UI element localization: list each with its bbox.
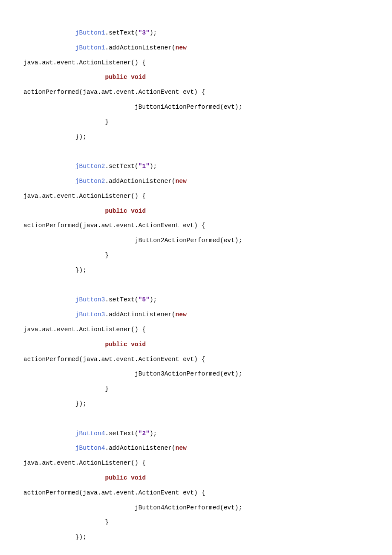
indent <box>23 208 105 214</box>
indent <box>23 252 105 259</box>
code-token: jButton3 <box>75 311 105 318</box>
code-block: jButton1.setText("3"); jButton1.addActio… <box>23 26 369 555</box>
code-line <box>23 545 369 555</box>
indent <box>23 341 105 348</box>
code-line: jButton4.addActionListener(new <box>23 441 369 456</box>
code-line <box>23 144 369 159</box>
code-line: jButton2ActionPerformed(evt); <box>23 233 369 248</box>
code-line: }); <box>23 396 369 411</box>
code-token: ); <box>150 430 157 437</box>
code-token: new <box>176 178 187 185</box>
code-line: actionPerformed(java.awt.event.ActionEve… <box>23 218 369 233</box>
code-line: jButton1ActionPerformed(evt); <box>23 100 369 115</box>
indent <box>23 534 75 541</box>
code-token: }); <box>75 133 86 140</box>
code-token: .addActionListener( <box>105 178 175 185</box>
indent <box>23 400 75 407</box>
code-token: actionPerformed(java.awt.event.ActionEve… <box>23 489 205 496</box>
code-line: }); <box>23 263 369 278</box>
indent <box>23 104 135 110</box>
indent <box>23 519 105 526</box>
code-token: .setText( <box>105 430 138 437</box>
code-token: jButton2 <box>75 178 105 185</box>
code-token: jButton1ActionPerformed(evt); <box>135 104 242 110</box>
indent <box>23 445 75 451</box>
code-token: java.awt.event.ActionListener() { <box>23 193 146 199</box>
code-line: jButton1.addActionListener(new <box>23 40 369 55</box>
code-token: jButton2ActionPerformed(evt); <box>135 237 242 244</box>
indent <box>23 119 105 125</box>
code-token: }); <box>75 400 86 407</box>
indent <box>23 267 75 274</box>
indent <box>23 504 135 511</box>
indent <box>23 370 135 377</box>
code-token: new <box>176 44 187 51</box>
code-token: actionPerformed(java.awt.event.ActionEve… <box>23 89 205 95</box>
code-token: new <box>176 311 187 318</box>
indent <box>23 430 75 437</box>
code-token: .addActionListener( <box>105 44 175 51</box>
code-token: } <box>105 252 109 259</box>
code-line <box>23 411 369 426</box>
code-line: public void <box>23 471 369 486</box>
code-line: java.awt.event.ActionListener() { <box>23 322 369 337</box>
indent <box>23 178 75 185</box>
code-token: "3" <box>138 29 150 36</box>
code-line: } <box>23 115 369 130</box>
code-token: } <box>105 519 109 526</box>
code-line: java.awt.event.ActionListener() { <box>23 189 369 204</box>
code-token: "5" <box>138 296 150 303</box>
code-token: jButton4ActionPerformed(evt); <box>135 504 242 511</box>
indent <box>23 296 75 303</box>
code-line: public void <box>23 337 369 352</box>
code-line: java.awt.event.ActionListener() { <box>23 55 369 70</box>
code-token: jButton4 <box>75 445 105 451</box>
indent <box>23 163 75 170</box>
code-line: }); <box>23 530 369 545</box>
code-token: } <box>105 385 109 392</box>
code-token: .addActionListener( <box>105 445 175 451</box>
code-token: jButton4 <box>75 430 105 437</box>
code-token: ); <box>150 296 157 303</box>
code-token: java.awt.event.ActionListener() { <box>23 460 146 466</box>
code-token: new <box>176 445 187 451</box>
indent <box>23 29 75 36</box>
code-token: actionPerformed(java.awt.event.ActionEve… <box>23 356 205 363</box>
code-token: actionPerformed(java.awt.event.ActionEve… <box>23 222 205 229</box>
code-line: } <box>23 515 369 530</box>
code-line: public void <box>23 70 369 85</box>
code-token: .setText( <box>105 296 138 303</box>
code-line: java.awt.event.ActionListener() { <box>23 456 369 471</box>
code-line: } <box>23 382 369 396</box>
code-line: jButton2.setText("1"); <box>23 159 369 174</box>
code-token: jButton3ActionPerformed(evt); <box>135 370 242 377</box>
indent <box>23 385 105 392</box>
indent <box>23 311 75 318</box>
code-token: .addActionListener( <box>105 311 175 318</box>
code-token: jButton2 <box>75 163 105 170</box>
code-line <box>23 278 369 293</box>
code-token: } <box>105 119 109 125</box>
code-line: jButton3ActionPerformed(evt); <box>23 367 369 382</box>
code-line: actionPerformed(java.awt.event.ActionEve… <box>23 85 369 100</box>
code-token: jButton1 <box>75 44 105 51</box>
code-token: java.awt.event.ActionListener() { <box>23 59 146 66</box>
code-line: jButton4.setText("2"); <box>23 426 369 441</box>
code-line: jButton4ActionPerformed(evt); <box>23 500 369 515</box>
code-token: jButton3 <box>75 296 105 303</box>
code-token: ); <box>150 163 157 170</box>
code-line: actionPerformed(java.awt.event.ActionEve… <box>23 486 369 500</box>
code-line: jButton3.addActionListener(new <box>23 307 369 322</box>
code-token: public void <box>105 208 146 214</box>
indent <box>23 44 75 51</box>
code-token: .setText( <box>105 29 138 36</box>
code-line: jButton1.setText("3"); <box>23 26 369 40</box>
indent <box>23 133 75 140</box>
code-line: actionPerformed(java.awt.event.ActionEve… <box>23 352 369 367</box>
code-token: public void <box>105 341 146 348</box>
code-token: ); <box>150 29 157 36</box>
code-token: }); <box>75 534 86 541</box>
code-token: java.awt.event.ActionListener() { <box>23 326 146 333</box>
indent <box>23 474 105 481</box>
code-line: } <box>23 248 369 263</box>
